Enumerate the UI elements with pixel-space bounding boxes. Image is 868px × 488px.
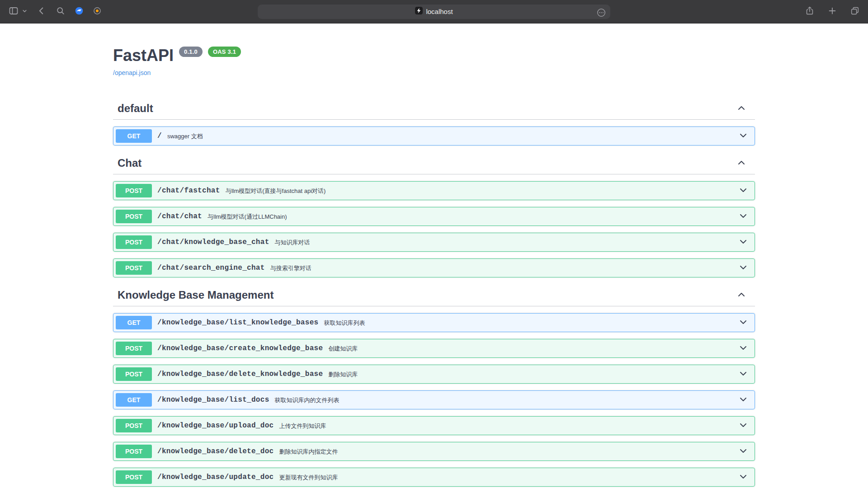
chevron-down-icon [22, 8, 28, 15]
operation-description: 删除知识库 [328, 370, 358, 379]
expand-operation-button[interactable] [739, 369, 748, 380]
section-header[interactable]: Chat [113, 152, 755, 174]
operation-row[interactable]: POST /knowledge_base/create_knowledge_ba… [113, 339, 755, 358]
section-header[interactable]: Knowledge Base Management [113, 284, 755, 306]
record-shortcut[interactable] [92, 5, 103, 18]
expand-operation-button[interactable] [739, 421, 748, 431]
operation-description: 删除知识库内指定文件 [279, 447, 338, 456]
expand-operation-button[interactable] [739, 395, 748, 405]
chevron-down-icon [739, 446, 748, 457]
operations-list: GET /knowledge_base/list_knowledge_bases… [113, 306, 755, 488]
record-icon [93, 6, 102, 17]
operation-path: /knowledge_base/upload_doc [157, 422, 274, 430]
operation-row[interactable]: POST /knowledge_base/delete_knowledge_ba… [113, 365, 755, 384]
browser-toolbar: localhost [0, 0, 868, 23]
share-icon [805, 6, 815, 17]
chevron-up-icon [737, 158, 746, 169]
expand-operation-button[interactable] [739, 237, 748, 248]
expand-operation-button[interactable] [739, 186, 748, 196]
address-bar[interactable]: localhost [258, 5, 610, 19]
operation-row[interactable]: GET /knowledge_base/list_knowledge_bases… [113, 313, 755, 332]
operation-path: /chat/chat [157, 212, 202, 221]
chevron-down-icon [739, 237, 748, 248]
operation-description: 创建知识库 [328, 344, 358, 353]
expand-operation-button[interactable] [739, 343, 748, 354]
section-title: default [118, 102, 153, 115]
chevron-down-icon [739, 186, 748, 196]
operation-description: 获取知识库列表 [324, 319, 365, 327]
operation-description: 更新现有文件到知识库 [279, 473, 338, 482]
operation-row[interactable]: POST /chat/knowledge_base_chat 与知识库对话 [113, 233, 755, 252]
site-favicon [415, 7, 423, 16]
expand-operation-button[interactable] [739, 446, 748, 457]
operation-description: 上传文件到知识库 [279, 422, 326, 430]
chevron-down-icon [739, 369, 748, 380]
operation-path: /knowledge_base/list_knowledge_bases [157, 319, 318, 327]
expand-operation-button[interactable] [739, 131, 748, 141]
operation-path: /knowledge_base/delete_knowledge_base [157, 370, 323, 378]
expand-operation-button[interactable] [739, 263, 748, 273]
chevron-up-icon [737, 290, 746, 300]
expand-operation-button[interactable] [739, 318, 748, 328]
sidebar-toggle-button[interactable] [7, 5, 20, 19]
operation-path: /chat/fastchat [157, 187, 220, 195]
search-button[interactable] [55, 5, 66, 18]
api-sections: default GET / swagger 文档 Chat [113, 98, 755, 488]
plus-icon [827, 6, 837, 17]
operation-description: 与搜索引擎对话 [270, 264, 311, 272]
operation-row[interactable]: GET / swagger 文档 [113, 127, 755, 145]
chevron-left-icon [37, 6, 47, 17]
operation-path: / [157, 132, 162, 140]
back-button[interactable] [36, 5, 47, 18]
method-badge: POST [116, 184, 152, 197]
section-header[interactable]: default [113, 98, 755, 120]
operations-list: POST /chat/fastchat 与llm模型对话(直接与fastchat… [113, 174, 755, 277]
operation-row[interactable]: POST /knowledge_base/upload_doc 上传文件到知识库 [113, 416, 755, 435]
api-title-text: FastAPI [113, 46, 174, 65]
method-badge: POST [116, 470, 152, 484]
page-title: FastAPI 0.1.0 OAS 3.1 [113, 46, 755, 65]
operation-row[interactable]: GET /knowledge_base/list_docs 获取知识库内的文件列… [113, 390, 755, 409]
api-section: Knowledge Base Management GET /knowledge… [113, 284, 755, 488]
operation-row[interactable]: POST /knowledge_base/update_doc 更新现有文件到知… [113, 468, 755, 487]
api-info: FastAPI 0.1.0 OAS 3.1 /openapi.json [113, 23, 755, 77]
expand-operation-button[interactable] [739, 472, 748, 483]
operation-description: 与知识库对话 [275, 238, 310, 247]
tab-overview-button[interactable] [849, 5, 861, 18]
chevron-down-icon [739, 318, 748, 328]
method-badge: POST [116, 445, 152, 458]
section-title: Knowledge Base Management [118, 289, 274, 301]
collapse-section-button[interactable] [737, 158, 746, 169]
operation-path: /chat/search_engine_chat [157, 264, 265, 272]
chevron-down-icon [739, 131, 748, 141]
sidebar-menu-chevron[interactable] [21, 7, 28, 16]
browser-viewport: FastAPI 0.1.0 OAS 3.1 /openapi.json defa… [0, 23, 868, 488]
tabs-icon [850, 6, 860, 17]
collapse-section-button[interactable] [737, 103, 746, 114]
operation-row[interactable]: POST /chat/search_engine_chat 与搜索引擎对话 [113, 258, 755, 277]
operation-row[interactable]: POST /chat/fastchat 与llm模型对话(直接与fastchat… [113, 181, 755, 200]
method-badge: POST [116, 210, 152, 223]
operation-row[interactable]: POST /knowledge_base/delete_doc 删除知识库内指定… [113, 442, 755, 461]
version-badge: 0.1.0 [179, 47, 203, 57]
search-icon [56, 6, 66, 17]
collapse-section-button[interactable] [737, 290, 746, 300]
expand-operation-button[interactable] [739, 211, 748, 222]
bird-app-shortcut[interactable] [74, 5, 85, 18]
api-section: Chat POST /chat/fastchat 与llm模型对话(直接与fas… [113, 152, 755, 277]
new-tab-button[interactable] [826, 5, 838, 18]
section-title: Chat [118, 157, 142, 169]
operation-row[interactable]: POST /chat/chat 与llm模型对话(通过LLMChain) [113, 207, 755, 226]
operation-path: /knowledge_base/delete_doc [157, 447, 274, 455]
operation-description: swagger 文档 [167, 132, 203, 141]
operation-description: 与llm模型对话(通过LLMChain) [208, 212, 287, 221]
method-badge: GET [116, 129, 152, 143]
page-menu-button[interactable] [595, 7, 607, 20]
operation-path: /knowledge_base/list_docs [157, 396, 269, 404]
operation-path: /chat/knowledge_base_chat [157, 238, 269, 246]
openapi-json-link[interactable]: /openapi.json [113, 69, 151, 76]
share-button[interactable] [804, 5, 816, 18]
bird-app-icon [75, 6, 84, 17]
operation-description: 获取知识库内的文件列表 [275, 396, 340, 404]
sidebar-icon [8, 5, 19, 18]
